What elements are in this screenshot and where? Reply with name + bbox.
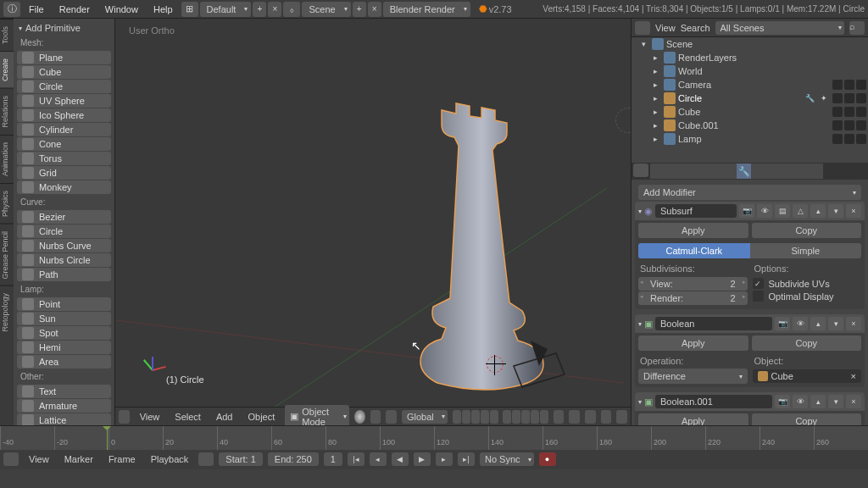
info-editor-icon[interactable]: ⓘ [3, 2, 20, 17]
outliner-editor-icon[interactable] [635, 21, 650, 35]
layer-buttons[interactable] [453, 410, 548, 424]
tab-scene[interactable] [679, 164, 693, 179]
apply-button[interactable]: Apply [638, 413, 748, 425]
subdivide-uvs-checkbox[interactable]: ✓Subdivide UVs [753, 278, 862, 289]
tab-data[interactable] [751, 164, 765, 179]
add-circle[interactable]: Circle [17, 80, 111, 93]
operation-dropdown[interactable]: Difference [638, 369, 748, 384]
tl-playback-menu[interactable]: Playback [146, 454, 194, 464]
sync-dropdown[interactable]: No Sync [480, 452, 534, 466]
render-toggle-icon[interactable]: 📷 [739, 204, 754, 218]
add-point-lamp[interactable]: Point [17, 297, 111, 311]
tree-item-renderlayers[interactable]: ▸RenderLayers [632, 51, 868, 64]
visibility-icon[interactable] [832, 107, 843, 117]
add-uvsphere[interactable]: UV Sphere [17, 94, 111, 108]
tab-animation[interactable]: Animation [0, 135, 14, 183]
3d-viewport[interactable]: User Ortho ↖ (1) [115, 19, 631, 425]
tab-constraints[interactable] [722, 164, 737, 179]
editor-type-icon[interactable] [119, 410, 130, 424]
jump-end-icon[interactable]: ▸| [458, 452, 475, 466]
add-circle-curve[interactable]: Circle [17, 225, 111, 238]
tree-item-circle[interactable]: ▸Circle🔧✦ [632, 92, 868, 105]
edit-toggle-icon[interactable]: ▤ [775, 204, 790, 218]
add-armature[interactable]: Armature [17, 399, 111, 413]
move-down-icon[interactable]: ▾ [828, 395, 843, 408]
view-subdiv-field[interactable]: View:2 [638, 277, 748, 291]
move-down-icon[interactable]: ▾ [828, 317, 843, 330]
render-anim-icon[interactable] [616, 410, 627, 424]
lamp-object[interactable] [615, 108, 631, 133]
manipulator-icon[interactable] [386, 410, 397, 424]
play-icon[interactable]: ▶ [414, 452, 431, 466]
collapse-icon[interactable]: ▾ [638, 398, 642, 406]
tab-render[interactable] [650, 164, 665, 179]
tl-frame-menu[interactable]: Frame [103, 454, 141, 464]
layout-icon[interactable]: ⊞ [181, 2, 198, 17]
modifier-name-field[interactable]: Boolean [655, 317, 772, 330]
copy-button[interactable]: Copy [752, 223, 862, 238]
add-spot-lamp[interactable]: Spot [17, 326, 111, 340]
selectable-icon[interactable] [844, 120, 854, 130]
tree-item-world[interactable]: ▸World [632, 64, 868, 78]
move-up-icon[interactable]: ▴ [810, 317, 826, 330]
render-toggle-icon[interactable]: 📷 [775, 395, 790, 408]
visibility-icon[interactable] [832, 80, 843, 90]
renderable-icon[interactable] [856, 107, 866, 117]
keyframe-next-icon[interactable]: ▸ [436, 452, 453, 466]
copy-button[interactable]: Copy [752, 336, 862, 351]
selectable-icon[interactable] [844, 107, 854, 117]
outliner-filter[interactable]: All Scenes [715, 21, 844, 35]
add-area-lamp[interactable]: Area [17, 355, 111, 369]
start-frame-field[interactable]: Start: 1 [219, 452, 262, 466]
tab-world[interactable] [693, 164, 708, 179]
add-modifier-dropdown[interactable]: Add Modifier [638, 185, 861, 200]
props-editor-icon[interactable] [633, 164, 648, 177]
snap-icon[interactable] [569, 410, 580, 424]
add-cone[interactable]: Cone [17, 137, 111, 151]
select-menu[interactable]: Select [170, 412, 206, 422]
tab-material[interactable] [765, 164, 780, 179]
add-sun-lamp[interactable]: Sun [17, 312, 111, 325]
add-icosphere[interactable]: Ico Sphere [17, 108, 111, 122]
menu-help[interactable]: Help [147, 3, 180, 16]
copy-button[interactable]: Copy [752, 413, 862, 425]
timeline-editor-icon[interactable] [3, 452, 19, 466]
layout-add[interactable]: + [253, 2, 266, 17]
tab-relations[interactable]: Relations [0, 88, 14, 135]
catmull-clark-button[interactable]: Catmull-Clark [638, 243, 750, 258]
search-icon[interactable]: ⌕ [849, 21, 865, 35]
render-toggle-icon[interactable]: 📷 [775, 317, 790, 330]
engine-dropdown[interactable]: Blender Render [383, 2, 470, 17]
move-down-icon[interactable]: ▾ [828, 204, 843, 218]
keyframe-prev-icon[interactable]: ◂ [370, 452, 387, 466]
tab-modifiers[interactable]: 🔧 [737, 164, 751, 179]
add-nurbs-curve[interactable]: Nurbs Curve [17, 239, 111, 252]
move-up-icon[interactable]: ▴ [810, 204, 826, 218]
tab-tools[interactable]: Tools [0, 19, 14, 51]
add-lattice[interactable]: Lattice [17, 413, 111, 425]
modifier-name-field[interactable]: Subsurf [655, 204, 737, 218]
tab-retopology[interactable]: Retopology [0, 286, 14, 339]
add-monkey[interactable]: Monkey [17, 180, 111, 194]
panel-add-primitive[interactable]: Add Primitive [15, 20, 113, 36]
add-hemi-lamp[interactable]: Hemi [17, 341, 111, 354]
tl-marker-menu[interactable]: Marker [59, 454, 98, 464]
delete-modifier-icon[interactable]: × [846, 204, 861, 218]
layout-del[interactable]: × [268, 2, 281, 17]
play-reverse-icon[interactable]: ◀ [392, 452, 409, 466]
apply-button[interactable]: Apply [638, 223, 748, 238]
collapse-icon[interactable]: ▾ [638, 320, 642, 328]
add-bezier[interactable]: Bezier [17, 210, 111, 224]
end-frame-field[interactable]: End: 250 [268, 452, 319, 466]
simple-button[interactable]: Simple [750, 243, 862, 258]
tab-texture[interactable] [780, 164, 794, 179]
renderable-icon[interactable] [856, 93, 866, 103]
renderable-icon[interactable] [856, 134, 866, 144]
render-subdiv-field[interactable]: Render:2 [638, 291, 748, 305]
viewport-toggle-icon[interactable]: 👁 [793, 395, 808, 408]
current-frame-field[interactable]: 1 [324, 452, 342, 466]
snap-type-icon[interactable] [585, 410, 596, 424]
timeline-cursor[interactable] [107, 426, 108, 450]
tab-particles[interactable] [794, 164, 809, 179]
outliner-view-menu[interactable]: View [655, 23, 676, 33]
